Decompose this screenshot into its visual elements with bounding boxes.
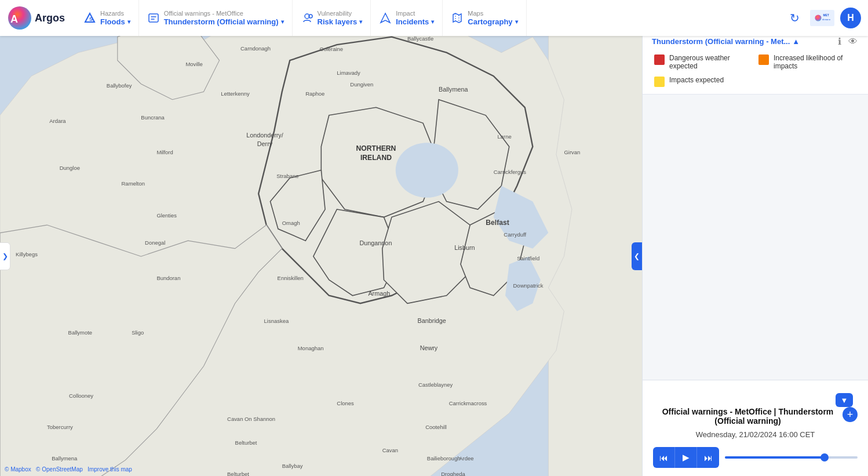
warnings-icon [147,12,160,24]
legend-item-increased: Increased likelihood of impacts [758,54,851,70]
svg-text:Ramelton: Ramelton [122,180,145,187]
playback-slider-fill [725,456,825,459]
maps-value: Cartography ▾ [468,17,517,26]
svg-text:Newry: Newry [420,344,438,351]
impact-category: Impact [396,10,434,17]
playback-btn-group: ⏮ ▶ ⏭ [653,447,719,468]
playback-slider[interactable] [725,456,858,459]
navbar: A Argos S Hazards Floods ▾ Official warn… [0,0,868,36]
svg-text:MET: MET [823,14,829,17]
met-eireann-logo[interactable]: MET éireann [810,8,834,28]
svg-text:Omagh: Omagh [282,220,300,226]
svg-text:Dungiven: Dungiven [350,81,373,88]
impact-icon [379,12,392,24]
nav-hazards[interactable]: S Hazards Floods ▾ [75,0,139,36]
mapbox-link[interactable]: © Mapbox [5,466,31,473]
hazards-category: Hazards [100,10,130,17]
bottom-info-date: Wednesday, 21/02/2024 16:00 CET [653,430,858,439]
svg-text:Donegal: Donegal [145,239,165,246]
osm-link[interactable]: © OpenStreetMap [36,466,83,473]
playback-skip-back-button[interactable]: ⏮ [653,447,675,468]
playback-play-button[interactable]: ▶ [675,447,697,468]
map-attribution: © Mapbox © OpenStreetMap Improve this ma… [5,466,132,473]
legend-item-dangerous: Dangerous weather expected [654,54,747,70]
playback-skip-forward-button[interactable]: ⏭ [697,447,719,468]
collapse-btn-row: ▼ [653,390,858,407]
legend-content: Thunderstorm (Official warning - Met... … [643,28,868,94]
svg-text:Carryduff: Carryduff [504,231,526,238]
svg-text:Killybegs: Killybegs [16,251,38,257]
svg-text:Carndonagh: Carndonagh [240,45,271,52]
collapse-button[interactable]: ▼ [836,393,853,407]
impact-value: Incidents ▾ [396,17,434,26]
svg-text:Belturbet: Belturbet [235,439,257,446]
svg-text:Bailieborough: Bailieborough [427,455,461,462]
playback-slider-thumb[interactable] [820,453,829,462]
svg-text:Belfast: Belfast [486,219,509,227]
svg-text:Bundoran: Bundoran [156,275,180,281]
playback-slider-container[interactable] [725,456,858,459]
nav-impact[interactable]: Impact Incidents ▾ [371,0,443,36]
svg-text:Larne: Larne [498,133,512,140]
svg-text:Sligo: Sligo [132,329,144,336]
svg-text:éireann: éireann [822,18,831,21]
right-panel-toggle[interactable]: ❮ [632,242,642,270]
left-sidebar-toggle[interactable]: ❯ [0,242,10,270]
hazards-value: Floods ▾ [100,17,130,26]
legend-visibility-button[interactable]: 👁 [847,35,859,48]
user-avatar[interactable]: H [840,8,861,28]
svg-text:Ballymote: Ballymote [68,329,93,336]
svg-text:IRELAND: IRELAND [360,154,392,162]
bottom-info-header: Official warnings - MetOffice | Thunders… [653,407,858,426]
svg-text:Belturbet: Belturbet [227,471,249,476]
legend-label-dangerous: Dangerous weather expected [669,54,747,70]
svg-text:Cootehill: Cootehill [425,424,447,430]
refresh-button[interactable]: ↻ [785,8,804,28]
legend-info-button[interactable]: ℹ [837,35,843,48]
svg-text:Ballycastle: Ballycastle [407,36,433,42]
svg-text:Castleblayney: Castleblayney [418,381,453,388]
nav-right-actions: ↻ MET éireann H [785,8,861,28]
logo-text: Argos [35,12,65,24]
nav-official-warnings[interactable]: Official warnings - MetOffice Thundersto… [139,0,293,36]
svg-text:Collooney: Collooney [69,393,93,399]
bottom-info-add-button[interactable]: + [843,407,858,422]
nav-vulnerability[interactable]: Vulnerability Risk layers ▾ [293,0,371,36]
svg-text:Lisburn: Lisburn [454,244,475,251]
svg-text:A: A [10,13,18,25]
legend-color-increased [758,54,769,65]
svg-text:Monaghan: Monaghan [298,345,324,351]
bottom-info-panel: ▼ Official warnings - MetOffice | Thunde… [642,380,868,476]
svg-text:Glenties: Glenties [156,212,177,219]
svg-text:Tobercurry: Tobercurry [47,424,73,430]
svg-text:Moville: Moville [185,61,202,67]
maps-icon [451,12,464,24]
svg-text:Dungannon: Dungannon [360,239,392,246]
vulnerability-value: Risk layers ▾ [318,17,363,26]
svg-text:Ballymena: Ballymena [52,455,78,462]
improve-map-link[interactable]: Improve this map [87,466,132,473]
legend-layer-icons: ℹ 👁 [837,35,859,48]
svg-rect-3 [149,14,158,22]
legend-items: Dangerous weather expected Increased lik… [652,54,859,87]
impact-chevron: ▾ [431,19,434,25]
svg-text:Downpatrick: Downpatrick [513,282,544,289]
right-toggle-icon: ❮ [634,252,640,260]
svg-text:S: S [89,16,93,22]
svg-text:Londonderry/: Londonderry/ [246,132,283,139]
logo[interactable]: A Argos [7,5,65,31]
svg-text:Milford: Milford [156,149,173,155]
svg-text:Clones: Clones [337,400,354,406]
nav-maps[interactable]: Maps Cartography ▾ [443,0,526,36]
svg-text:Carrickfergus: Carrickfergus [494,169,526,175]
svg-text:Derry: Derry [257,140,273,147]
svg-text:Carrickmacross: Carrickmacross [449,400,487,406]
legend-layer-title[interactable]: Thunderstorm (Official warning - Met... … [652,37,800,46]
svg-text:Drogheda: Drogheda [441,471,465,476]
hazards-chevron: ▾ [127,19,130,25]
hazards-icon: S [83,12,96,24]
svg-text:Lisnaskea: Lisnaskea [264,318,289,324]
svg-text:Raphoe: Raphoe [305,90,324,97]
legend-color-dangerous [654,54,665,65]
svg-text:Ardee: Ardee [459,455,473,462]
